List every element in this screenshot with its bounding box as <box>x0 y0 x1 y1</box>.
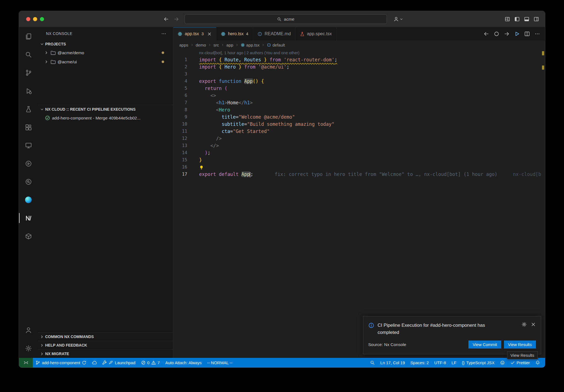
nav-back-button[interactable] <box>484 31 489 37</box>
breadcrumb-default[interactable]: default <box>267 43 285 47</box>
status-bar-right: Ln 17, Col 19Spaces: 2UTF-8LF{}TypeScrip… <box>367 358 545 368</box>
toggle-panel-button[interactable] <box>524 17 529 22</box>
status-problems[interactable]: 07 <box>138 358 163 368</box>
section-help-and-feedback[interactable]: HELP AND FEEDBACK <box>38 341 173 349</box>
status-indentation[interactable]: Spaces: 2 <box>408 358 432 368</box>
status-remote-indicator[interactable] <box>19 358 33 368</box>
chevron-down-icon <box>40 42 44 46</box>
toggle-primary-sidebar-button[interactable] <box>514 17 520 22</box>
toggle-secondary-sidebar-button[interactable] <box>534 17 539 22</box>
sidebar: NX CONSOLE PROJECTS @acme/demo@acme/ui N… <box>38 27 173 358</box>
run-file-button[interactable] <box>514 31 520 37</box>
play-circle-icon <box>25 160 32 167</box>
activity-item-nx-console[interactable] <box>19 209 38 227</box>
activity-item-source-control[interactable] <box>19 64 38 82</box>
tab-README.md[interactable]: README.md <box>253 27 295 40</box>
activity-item-live-share[interactable] <box>19 154 38 173</box>
project-item[interactable]: @acme/ui <box>38 57 173 66</box>
nav-outline-button[interactable] <box>494 31 499 37</box>
activity-item-explorer[interactable] <box>19 27 38 45</box>
status-launchpad[interactable]: Launchpad <box>99 358 138 368</box>
activity-item-remote-explorer[interactable] <box>19 136 38 154</box>
status-notifications-bell[interactable] <box>533 358 543 368</box>
breadcrumb-apps[interactable]: apps <box>179 43 188 47</box>
view-commit-button[interactable]: View Commit <box>468 341 501 349</box>
projects-section-header[interactable]: PROJECTS <box>38 40 173 48</box>
command-center-search[interactable]: acme <box>185 14 387 24</box>
search-circle-icon <box>25 178 32 185</box>
blame-overflow: nx-cloud[b <box>513 171 541 178</box>
section-common-nx-commands[interactable]: COMMON NX COMMANDS <box>38 332 173 341</box>
activity-item-code-search[interactable] <box>19 173 38 191</box>
customize-layout-button[interactable] <box>505 17 510 22</box>
breadcrumb: appsdemosrcappapp.tsxdefault <box>173 40 545 50</box>
status-auto-attach[interactable]: Auto Attach: Always <box>162 358 204 368</box>
status-encoding[interactable]: UTF-8 <box>432 358 449 368</box>
section-label: HELP AND FEEDBACK <box>45 343 87 347</box>
activity-item-edge-tools[interactable] <box>19 191 38 209</box>
status-formatter[interactable]: Prettier <box>508 358 533 368</box>
activity-item-containers[interactable] <box>19 227 38 245</box>
breadcrumb-src[interactable]: src <box>213 43 219 47</box>
account-menu[interactable] <box>394 17 403 22</box>
activity-item-accounts[interactable] <box>19 321 38 339</box>
pipeline-execution-item[interactable]: add-hero-component - Merge 409b44e5cb02.… <box>38 113 173 122</box>
section-nx-migrate[interactable]: NX MIGRATE <box>38 349 173 358</box>
forward-button[interactable] <box>174 17 179 22</box>
activity-item-settings[interactable] <box>19 339 38 357</box>
activity-item-run-debug[interactable] <box>19 82 38 100</box>
sync-icon <box>82 360 86 365</box>
back-button[interactable] <box>164 17 169 22</box>
status-nx-cloud-status[interactable] <box>89 358 99 368</box>
minimize-window-button[interactable] <box>33 17 37 21</box>
more-actions-icon[interactable] <box>161 31 166 36</box>
code-text: } <box>187 156 202 164</box>
tab-label: hero.tsx <box>228 31 244 36</box>
activity-item-search[interactable] <box>19 45 38 64</box>
status-eol[interactable]: LF <box>449 358 459 368</box>
code-text: <> <box>187 92 216 99</box>
breadcrumb-app[interactable]: app <box>226 43 233 47</box>
breadcrumb-demo[interactable]: demo <box>196 43 206 47</box>
chevron-right-icon <box>208 43 212 47</box>
close-window-button[interactable] <box>26 17 30 21</box>
close-icon[interactable] <box>207 32 212 36</box>
status-vim-mode[interactable]: -- NORMAL -- <box>204 358 235 368</box>
line-number: 2 <box>173 63 187 70</box>
status-text: add-hero-component <box>42 360 80 365</box>
status-cursor-position[interactable]: Ln 17, Col 19 <box>378 358 408 368</box>
nx-cloud-section-header[interactable]: NX CLOUD :: RECENT CI PIPELINE EXECUTION… <box>38 105 173 113</box>
breadcrumb-app.tsx[interactable]: app.tsx <box>241 43 259 47</box>
status-text: Launchpad <box>115 360 135 365</box>
notification-settings-icon[interactable] <box>522 322 527 327</box>
info-icon <box>368 322 374 328</box>
editor-pane[interactable]: nx-cloud[bot], 1 hour ago | 2 authors (Y… <box>173 50 545 358</box>
code-text: return ( <box>187 85 227 92</box>
react-icon <box>178 32 182 36</box>
chevron-right-icon <box>261 43 265 47</box>
tab-app.spec.tsx[interactable]: app.spec.tsx <box>295 27 337 40</box>
project-item[interactable]: @acme/demo <box>38 48 173 57</box>
gitlens-file-annotation[interactable]: nx-cloud[bot], 1 hour ago | 2 authors (Y… <box>173 50 545 56</box>
activity-item-testing[interactable] <box>19 100 38 118</box>
nav-forward-button[interactable] <box>504 31 509 37</box>
status-feedback[interactable] <box>497 358 508 368</box>
status-zoom[interactable] <box>367 358 378 368</box>
activity-item-extensions[interactable] <box>19 118 38 136</box>
status-bar: add-hero-componentLaunchpad07Auto Attach… <box>19 358 545 368</box>
more-actions-button[interactable] <box>535 31 540 37</box>
notification-close-icon[interactable] <box>531 322 536 327</box>
status-git-branch[interactable]: add-hero-component <box>33 358 89 368</box>
chevron-down-icon <box>399 17 403 21</box>
chevron-right-icon <box>190 43 194 47</box>
tab-app.tsx[interactable]: app.tsx3 <box>173 27 216 40</box>
tab-hero.tsx[interactable]: hero.tsx4 <box>216 27 253 40</box>
view-results-button[interactable]: View Results <box>504 341 536 349</box>
code-line-1: 1import { Route, Routes } from 'react-ro… <box>173 56 545 63</box>
info-file-icon <box>257 32 262 36</box>
zoom-window-button[interactable] <box>40 17 44 21</box>
split-editor-button[interactable] <box>524 31 530 37</box>
code-line-11: 11 cta="Get Started" <box>173 128 545 135</box>
nx-icon <box>25 215 32 222</box>
status-language-mode[interactable]: {}TypeScript JSX <box>459 358 497 368</box>
